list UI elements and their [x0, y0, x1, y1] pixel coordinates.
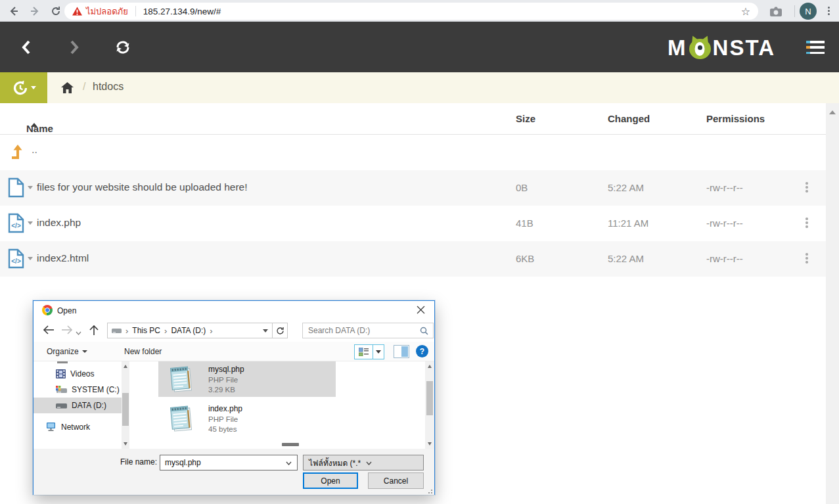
- dialog-titlebar[interactable]: Open: [34, 301, 434, 319]
- file-name-combobox[interactable]: [160, 455, 298, 470]
- column-header-size[interactable]: Size: [516, 113, 535, 124]
- monster-face-icon: [689, 37, 712, 60]
- sidebar-item-system-c[interactable]: SYSTEM (C:): [34, 382, 122, 398]
- row-menu-icon[interactable]: [805, 182, 808, 193]
- file-name[interactable]: files for your website should be uploade…: [37, 181, 248, 193]
- organize-button[interactable]: Organize: [47, 347, 87, 356]
- sidebar-item-videos[interactable]: Videos: [34, 366, 122, 382]
- nav-forward-icon[interactable]: [61, 325, 73, 337]
- file-tile-mysql[interactable]: mysql.php PHP File 3.29 KB: [158, 361, 336, 397]
- camera-extension-icon[interactable]: [767, 3, 784, 20]
- table-row[interactable]: </> index.php 41B 11:21 AM -rw-r--r--: [0, 206, 826, 241]
- history-caret-icon: [31, 86, 36, 89]
- sidebar-item-data-d[interactable]: DATA (D:): [34, 398, 122, 413]
- file-list-scrollbar[interactable]: [425, 361, 434, 449]
- history-button[interactable]: [0, 72, 47, 103]
- file-dropdown-caret-icon[interactable]: [28, 221, 33, 225]
- browser-forward-icon[interactable]: [26, 3, 43, 19]
- file-size: 0B: [516, 182, 528, 193]
- file-permissions: -rw-r--r--: [706, 218, 743, 229]
- home-icon[interactable]: [61, 82, 74, 96]
- sidebar-scrollbar[interactable]: [122, 361, 129, 449]
- breadcrumb-chevron-icon: ›: [164, 326, 167, 336]
- file-name-input[interactable]: [160, 458, 286, 467]
- browser-back-icon[interactable]: [5, 3, 22, 19]
- breadcrumb-chevron-icon: ›: [210, 326, 212, 336]
- file-name[interactable]: index.php: [37, 217, 81, 229]
- file-tile-index[interactable]: index.php PHP File 45 bytes: [158, 401, 336, 436]
- bookmark-star-icon[interactable]: ☆: [741, 5, 750, 18]
- file-permissions: -rw-r--r--: [706, 182, 743, 193]
- column-header-changed[interactable]: Changed: [608, 113, 650, 124]
- scroll-down-icon[interactable]: [428, 442, 432, 446]
- cancel-button[interactable]: Cancel: [368, 472, 424, 489]
- ftp-refresh-icon[interactable]: [113, 37, 133, 57]
- security-warning-label: ไม่ปลอดภัย: [86, 5, 128, 18]
- table-row-parent-dir[interactable]: ..: [0, 135, 826, 170]
- svg-text:</>: </>: [11, 222, 21, 229]
- table-row[interactable]: </> index2.html 6KB 5:22 AM -rw-r--r--: [0, 241, 826, 277]
- scroll-up-icon[interactable]: [829, 110, 836, 114]
- breadcrumb-chevron-icon: ›: [125, 326, 128, 336]
- file-name[interactable]: index2.html: [37, 252, 89, 264]
- new-folder-button[interactable]: New folder: [124, 347, 162, 356]
- view-mode-button[interactable]: [354, 344, 384, 359]
- scroll-up-icon[interactable]: [428, 365, 432, 368]
- help-icon[interactable]: ?: [416, 345, 428, 357]
- browser-toolbar: ไม่ปลอดภัย 185.27.134.9/new/# ☆ N: [0, 0, 839, 22]
- history-icon: [12, 80, 29, 97]
- dialog-file-type: PHP File: [208, 415, 242, 423]
- view-mode-caret-icon[interactable]: [373, 345, 384, 359]
- file-type-select[interactable]: ไฟล์ทั้งหมด (*.*): [303, 455, 424, 470]
- preview-pane-icon[interactable]: [394, 345, 409, 358]
- row-menu-icon[interactable]: [805, 218, 808, 228]
- file-size: 6KB: [516, 253, 534, 264]
- address-bar[interactable]: ไม่ปลอดภัย 185.27.134.9/new/# ☆: [64, 3, 758, 20]
- crumb-data-drive[interactable]: DATA (D:): [171, 326, 206, 335]
- file-type-value: ไฟล์ทั้งหมด (*.*): [304, 457, 361, 469]
- omnibox-divider: [135, 6, 136, 16]
- up-directory-icon: [9, 144, 24, 162]
- nav-history-caret-icon[interactable]: [76, 328, 81, 337]
- network-icon: [45, 423, 57, 432]
- scroll-up-icon[interactable]: [124, 365, 127, 368]
- file-changed: 5:22 AM: [608, 182, 644, 193]
- logo-text-left: M: [668, 35, 687, 60]
- file-dropdown-caret-icon[interactable]: [28, 257, 33, 260]
- file-dropdown-caret-icon[interactable]: [28, 186, 33, 189]
- combobox-caret-icon[interactable]: [286, 458, 292, 467]
- dialog-breadcrumb[interactable]: › This PC › DATA (D:) ›: [107, 323, 273, 338]
- table-row[interactable]: files for your website should be uploade…: [0, 170, 826, 206]
- dialog-file-list[interactable]: mysql.php PHP File 3.29 KB index.php PHP…: [132, 361, 425, 449]
- browser-menu-icon[interactable]: [822, 4, 835, 17]
- dialog-toolbar: Organize New folder ?: [34, 342, 434, 361]
- column-header-permissions[interactable]: Permissions: [706, 113, 765, 124]
- row-menu-icon[interactable]: [805, 253, 808, 263]
- breadcrumb-bar: / htdocs: [0, 72, 839, 103]
- view-mode-icon: [355, 345, 373, 359]
- profile-avatar[interactable]: N: [800, 3, 817, 20]
- ftp-back-icon[interactable]: [16, 37, 36, 57]
- breadcrumb-dropdown-icon[interactable]: [263, 329, 268, 332]
- code-file-icon: </>: [8, 213, 24, 235]
- resize-grip[interactable]: [426, 487, 432, 493]
- crumb-this-pc[interactable]: This PC: [132, 326, 160, 335]
- nav-up-icon[interactable]: [89, 325, 99, 338]
- dialog-search-box[interactable]: [302, 323, 434, 338]
- search-input[interactable]: [303, 326, 420, 335]
- monsta-header: M NSTA: [0, 22, 839, 72]
- page-scrollbar[interactable]: [826, 103, 839, 504]
- breadcrumb-path[interactable]: htdocs: [93, 81, 124, 93]
- svg-text:</>: </>: [11, 258, 21, 265]
- nav-back-icon[interactable]: [43, 325, 55, 337]
- sidebar-item-network[interactable]: Network: [34, 419, 122, 435]
- ftp-forward-icon[interactable]: [64, 37, 84, 57]
- scroll-down-icon[interactable]: [124, 442, 127, 446]
- browser-reload-icon[interactable]: [47, 3, 64, 19]
- open-button[interactable]: Open: [303, 472, 358, 489]
- dialog-refresh-button[interactable]: [273, 323, 288, 338]
- dialog-file-size: 3.29 KB: [208, 386, 244, 394]
- toolbar-separator: [794, 5, 795, 17]
- hamburger-menu-icon[interactable]: [806, 41, 825, 54]
- dialog-close-icon[interactable]: [417, 306, 426, 315]
